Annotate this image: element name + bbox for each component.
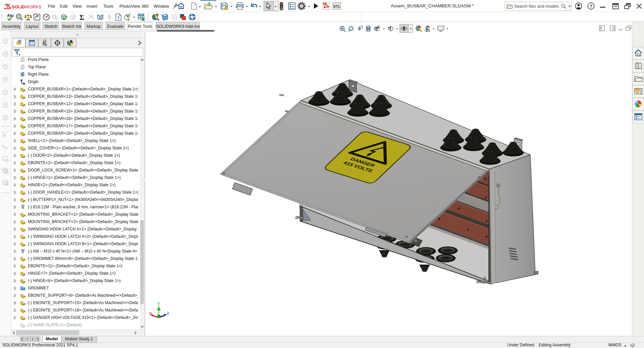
svg-text:Z: Z: [167, 311, 169, 316]
svg-text:Y: Y: [157, 302, 160, 306]
svg-text:X: X: [149, 311, 152, 316]
